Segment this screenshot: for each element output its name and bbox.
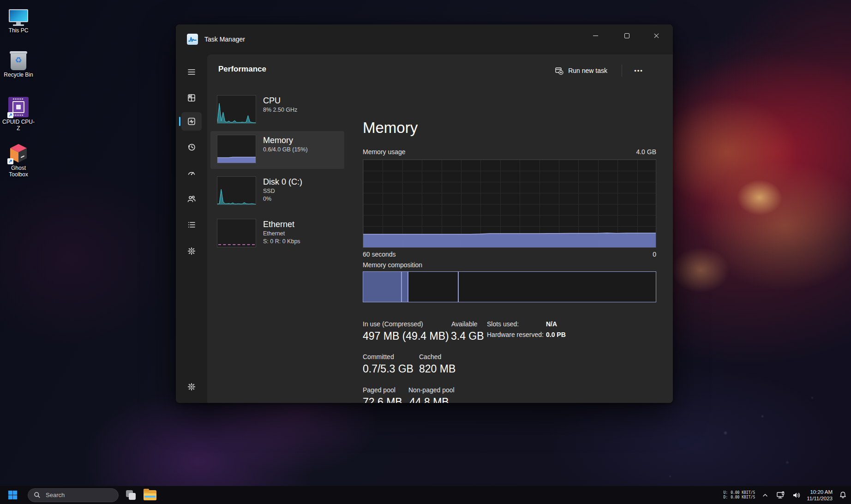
perf-item-name: Ethernet: [263, 219, 300, 230]
committed-value: 0.7/5.3 GB: [363, 363, 414, 375]
nav-selected-accent: [179, 117, 180, 126]
network-ethernet-icon: [776, 491, 785, 499]
speaker-icon: [792, 492, 801, 499]
desktop-icon-cpuz[interactable]: CPUID CPU-Z: [1, 97, 36, 132]
cpu-mini-graph: [217, 95, 256, 124]
nav-app-history[interactable]: [181, 138, 202, 156]
maximize-button[interactable]: [612, 24, 641, 47]
perf-item-name: Memory: [263, 135, 308, 146]
nav-startup-apps[interactable]: [181, 164, 202, 182]
close-button[interactable]: [641, 24, 671, 47]
taskbar-search[interactable]: [28, 488, 119, 502]
desktop-icon-label: This PC: [1, 27, 36, 34]
network-tray-button[interactable]: [775, 488, 786, 502]
perf-item-detail: SSD: [263, 187, 302, 195]
hardware-reserved-value: 0.0 PB: [546, 331, 566, 338]
perf-item-detail: 8% 2.50 GHz: [263, 106, 297, 114]
desktop: This PC ♻ Recycle Bin CPUID CPU-Z: [0, 0, 851, 504]
perf-list-item-disk[interactable]: Disk 0 (C:) SSD 0%: [210, 173, 344, 212]
chevron-up-icon: [762, 492, 768, 498]
axis-label-left: 60 seconds: [363, 251, 396, 258]
upload-speed: 0.00 KBIT/S: [731, 491, 755, 495]
startup-apps-icon: [187, 168, 196, 178]
memory-usage-label: Memory usage: [363, 148, 406, 156]
app-history-icon: [187, 143, 196, 152]
settings-gear-icon: [187, 382, 196, 391]
slots-used-label: Slots used:: [487, 320, 519, 328]
perf-item-name: CPU: [263, 95, 297, 106]
slots-used-value: N/A: [546, 320, 557, 328]
perf-item-detail: 0%: [263, 195, 302, 203]
nav-settings[interactable]: [181, 378, 202, 396]
hidden-icons-button[interactable]: [760, 488, 771, 502]
perf-item-detail: Ethernet: [263, 230, 300, 238]
hardware-reserved-label: Hardware reserved:: [487, 331, 544, 338]
perf-list-item-cpu[interactable]: CPU 8% 2.50 GHz: [210, 91, 344, 126]
perf-list-item-ethernet[interactable]: Ethernet Ethernet S: 0 R: 0 Kbps: [210, 215, 344, 255]
desktop-icon-label: Ghost Toolbox: [1, 165, 36, 178]
perf-list-item-memory[interactable]: Memory 0.6/4.0 GB (15%): [210, 131, 344, 169]
content-panel: Performance Run new task •••: [207, 54, 673, 403]
start-button[interactable]: [4, 488, 21, 503]
nonpaged-pool-label: Non-paged pool: [408, 386, 455, 394]
search-icon: [34, 492, 41, 498]
disk-mini-graph: [217, 176, 256, 205]
download-label: D:: [724, 495, 728, 500]
nav-menu-button[interactable]: [181, 63, 202, 81]
hamburger-menu-icon: [187, 67, 196, 77]
desktop-icon-ghost-toolbox[interactable]: Ghost Toolbox: [1, 143, 36, 178]
run-new-task-label: Run new task: [568, 67, 607, 74]
task-manager-app-icon: [187, 34, 198, 45]
nav-users[interactable]: [181, 190, 202, 208]
windows-logo-icon: [8, 491, 17, 499]
upload-label: U:: [724, 491, 728, 495]
run-new-task-icon: [555, 66, 563, 75]
cached-value: 820 MB: [419, 363, 455, 375]
committed-label: Committed: [363, 353, 394, 360]
memory-scale-max: 4.0 GB: [623, 148, 656, 156]
volume-button[interactable]: [791, 488, 802, 502]
minimize-button[interactable]: [581, 24, 610, 47]
maximize-icon: [624, 33, 629, 38]
perf-item-name: Disk 0 (C:): [263, 176, 302, 187]
desktop-icon-recycle-bin[interactable]: ♻ Recycle Bin: [1, 50, 36, 78]
window-title: Task Manager: [204, 36, 245, 43]
run-new-task-button[interactable]: Run new task: [549, 63, 613, 78]
file-explorer-button[interactable]: [144, 490, 156, 500]
composition-segment-modified: [402, 272, 409, 302]
nav-processes[interactable]: [181, 89, 202, 107]
more-options-button[interactable]: •••: [629, 63, 649, 78]
memory-title: Memory: [363, 119, 418, 137]
task-view-button[interactable]: [125, 489, 137, 501]
available-label: Available: [451, 320, 478, 328]
tray-date: 11/11/2023: [807, 495, 833, 502]
composition-segment-free: [459, 272, 656, 302]
desktop-icon-this-pc[interactable]: This PC: [1, 6, 36, 34]
axis-label-right: 0: [653, 251, 656, 258]
cpuz-chip-icon: [1, 97, 36, 117]
this-pc-monitor-icon: [1, 6, 36, 26]
details-icon: [187, 220, 196, 229]
clock-tray[interactable]: 10:20 AM 11/11/2023: [807, 489, 833, 502]
memory-mini-graph: [217, 135, 256, 163]
desktop-icon-label: CPUID CPU-Z: [1, 119, 36, 132]
nav-performance[interactable]: [181, 112, 202, 131]
composition-segment-in-use: [363, 272, 402, 302]
window-titlebar[interactable]: Task Manager: [176, 24, 673, 54]
notifications-button[interactable]: [837, 488, 848, 502]
cached-label: Cached: [419, 353, 441, 360]
nav-details[interactable]: [181, 216, 202, 234]
performance-icon: [187, 117, 196, 126]
taskbar: U: D: 0.00 KBIT/S 0.00 KBIT/S 10:20 AM 1…: [0, 486, 851, 504]
shortcut-arrow-icon: [7, 112, 13, 118]
ethernet-flatline: [218, 244, 255, 245]
memory-composition-label: Memory composition: [363, 261, 422, 269]
nonpaged-pool-value: 44.8 MB: [409, 396, 449, 403]
search-input[interactable]: [45, 491, 105, 499]
paged-pool-value: 72.6 MB: [363, 396, 402, 403]
processes-icon: [187, 93, 196, 102]
desktop-icon-label: Recycle Bin: [1, 72, 36, 78]
network-speed-monitor[interactable]: U: D: 0.00 KBIT/S 0.00 KBIT/S: [724, 491, 755, 500]
ghost-toolbox-cube-icon: [1, 143, 36, 163]
nav-services[interactable]: [181, 242, 202, 260]
